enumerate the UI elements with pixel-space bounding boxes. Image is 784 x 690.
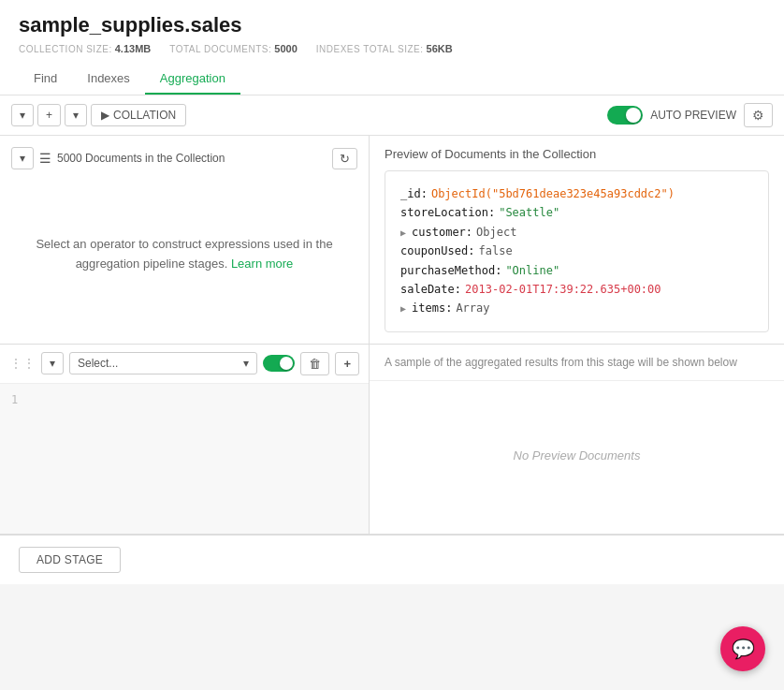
pipeline-stage-right-wrapper: A sample of the aggregated results from … [370, 345, 784, 534]
tab-indexes[interactable]: Indexes [72, 64, 145, 95]
drag-handle-icon[interactable]: ⋮⋮ [9, 356, 36, 371]
pipeline-stage-preview-msg: A sample of the aggregated results from … [370, 345, 784, 381]
line-number: 1 [11, 393, 18, 406]
add-stage-section: ADD STAGE [0, 535, 784, 584]
delete-stage-button[interactable]: 🗑 [300, 352, 329, 375]
select-placeholder: Select... [78, 357, 118, 370]
auto-preview-toggle[interactable] [607, 106, 643, 125]
index-size-label: INDEXES TOTAL SIZE: 56KB [316, 43, 453, 54]
select-msg-line1: Select an operator to construct expressi… [36, 235, 332, 255]
collection-meta: COLLECTION SIZE: 4.13MB TOTAL DOCUMENTS:… [19, 43, 765, 54]
stage-toggle[interactable] [263, 355, 295, 372]
stage-operator-select[interactable]: Select... ▾ [69, 352, 257, 374]
collection-size-label: COLLECTION SIZE: 4.13MB [19, 43, 151, 54]
no-preview-message: No Preview Documents [370, 381, 784, 531]
document-icon: ☰ [39, 151, 51, 166]
more-options-button[interactable]: ▾ [65, 104, 87, 126]
preview-title: Preview of Documents in the Collection [385, 147, 769, 161]
source-doc-count: ▾ ☰ 5000 Documents in the Collection [11, 147, 225, 169]
refresh-icon: ↻ [340, 152, 350, 166]
dropdown-arrow-icon: ▾ [243, 357, 249, 370]
add-icon-button[interactable]: + [37, 104, 61, 126]
pipeline-collapse-button[interactable]: ▾ [41, 352, 64, 374]
source-collapse-button[interactable]: ▾ [11, 147, 34, 169]
refresh-button[interactable]: ↻ [332, 148, 357, 169]
settings-button[interactable]: ⚙ [744, 103, 773, 127]
collation-button[interactable]: ▶ COLLATION [91, 104, 186, 126]
plus-icon-2: + [343, 357, 351, 371]
doc-field-couponUsed: couponUsed: false [400, 242, 753, 260]
doc-field-customer: ▶ customer: Object [400, 223, 753, 242]
gear-icon: ⚙ [752, 108, 764, 123]
doc-field-saleDate: saleDate: 2013-02-01T17:39:22.635+00:00 [400, 280, 753, 299]
source-stage-row: ▾ ☰ 5000 Documents in the Collection ↻ S… [0, 136, 784, 345]
add-stage-button[interactable]: ADD STAGE [19, 547, 121, 573]
collection-title: sample_supplies.sales [19, 13, 765, 37]
select-msg-line2: aggregation pipeline stages. Learn more [76, 255, 294, 274]
doc-field-purchaseMethod: purchaseMethod: "Online" [400, 261, 753, 280]
auto-preview-label: AUTO PREVIEW [650, 109, 736, 122]
doc-field-items: ▶ items: Array [400, 299, 753, 317]
chevron-down-icon-2: ▾ [73, 109, 79, 122]
plus-icon: + [46, 109, 52, 122]
tab-find[interactable]: Find [19, 64, 72, 95]
pipeline-stage-row: ⋮⋮ ▾ Select... ▾ 🗑 + 1 [0, 345, 784, 535]
source-stage-left: ▾ ☰ 5000 Documents in the Collection ↻ S… [0, 136, 370, 344]
main-content: ▾ ☰ 5000 Documents in the Collection ↻ S… [0, 136, 784, 584]
chevron-down-icon: ▾ [20, 109, 25, 122]
select-operator-message: Select an operator to construct expressi… [11, 177, 357, 332]
aggregation-toolbar: ▾ + ▾ ▶ COLLATION AUTO PREVIEW ⚙ [0, 95, 784, 136]
add-stage-inline-button[interactable]: + [335, 352, 359, 375]
learn-more-link[interactable]: Learn more [231, 257, 293, 271]
trash-icon: 🗑 [309, 357, 321, 371]
page-header: sample_supplies.sales COLLECTION SIZE: 4… [0, 0, 784, 95]
source-stage-header: ▾ ☰ 5000 Documents in the Collection ↻ [11, 147, 357, 169]
source-stage-right: Preview of Documents in the Collection _… [370, 136, 784, 344]
doc-field-id: _id: ObjectId("5bd761deae323e45a93cddc2"… [400, 184, 753, 203]
pipeline-stage-header: ⋮⋮ ▾ Select... ▾ 🗑 + [0, 345, 369, 384]
collation-label: COLLATION [113, 109, 176, 122]
toolbar-left: ▾ + ▾ ▶ COLLATION [11, 104, 186, 126]
stage-toggle-button[interactable]: ▾ [11, 104, 34, 126]
tab-aggregation[interactable]: Aggregation [145, 64, 240, 95]
total-docs-label: TOTAL DOCUMENTS: 5000 [169, 43, 297, 54]
toolbar-right: AUTO PREVIEW ⚙ [607, 103, 773, 127]
stage-code-editor[interactable]: 1 [0, 384, 369, 534]
doc-count-text: 5000 Documents in the Collection [57, 152, 225, 165]
doc-field-storeLocation: storeLocation: "Seattle" [400, 203, 753, 222]
collation-arrow-icon: ▶ [101, 109, 109, 122]
pipeline-stage-left: ⋮⋮ ▾ Select... ▾ 🗑 + 1 [0, 345, 370, 534]
document-preview: _id: ObjectId("5bd761deae323e45a93cddc2"… [385, 170, 769, 332]
tab-bar: Find Indexes Aggregation [19, 64, 765, 95]
